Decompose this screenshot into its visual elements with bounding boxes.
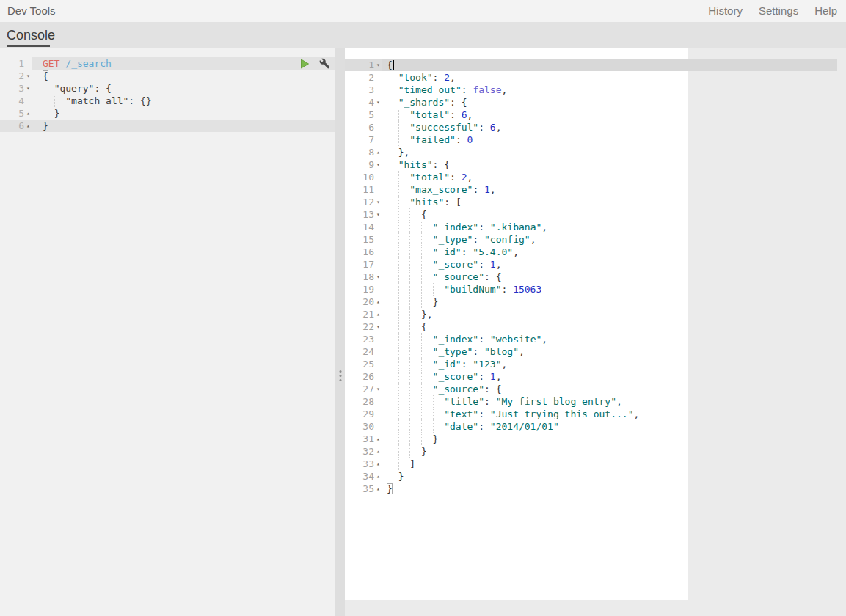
fold-toggle-icon[interactable]: ▾ [374, 271, 382, 283]
fold-toggle-icon[interactable]: ▴ [374, 445, 382, 458]
gutter-cell: 18▾ [345, 271, 382, 283]
code-line[interactable]: 16"_id": "5.4.0", [345, 246, 846, 258]
code-line[interactable]: 21▴}, [345, 308, 846, 320]
fold-toggle-icon[interactable]: ▾ [374, 196, 382, 208]
code-line[interactable]: 20▴} [345, 296, 846, 308]
code-line[interactable]: 9▾"hits": { [345, 158, 846, 171]
play-icon[interactable] [299, 58, 310, 70]
line-number: 26 [345, 370, 374, 383]
menu-item-history[interactable]: History [708, 4, 743, 17]
code-line[interactable]: 32▴} [345, 445, 846, 458]
menu-item-settings[interactable]: Settings [759, 4, 798, 17]
fold-toggle-icon[interactable]: ▾ [24, 82, 32, 95]
fold-toggle-icon[interactable]: ▴ [374, 470, 382, 483]
code-line[interactable]: 8▴}, [345, 146, 846, 158]
gutter-cell: 25 [345, 358, 382, 370]
code-line[interactable]: 26"_score": 1, [345, 370, 846, 383]
line-number: 16 [345, 246, 374, 258]
code-line[interactable]: 4▾"_shards": { [345, 96, 846, 109]
code-line[interactable]: 11"max_score": 1, [345, 183, 846, 196]
fold-toggle-icon[interactable]: ▴ [374, 458, 382, 470]
gutter-cell: 7 [345, 133, 382, 146]
code-line[interactable]: 2▾{ [0, 70, 335, 82]
fold-toggle-icon[interactable]: ▾ [24, 70, 32, 82]
code-line[interactable]: 1GET /_search [0, 57, 335, 70]
code-line[interactable]: 23"_index": "website", [345, 333, 846, 345]
code-line[interactable]: 14"_index": ".kibana", [345, 221, 846, 233]
code-text: "buildNum": 15063 [382, 283, 846, 296]
gutter-cell: 15 [345, 233, 382, 246]
indent-guide [409, 445, 421, 458]
fold-toggle-icon[interactable]: ▾ [374, 59, 382, 71]
indent-guide [421, 283, 433, 296]
fold-toggle-icon[interactable]: ▾ [374, 383, 382, 395]
code-line[interactable]: 24"_type": "blog", [345, 345, 846, 358]
code-line[interactable]: 6▴} [0, 120, 335, 132]
wrench-icon[interactable] [319, 58, 330, 69]
tab-console[interactable]: Console [7, 28, 55, 43]
indent-guide [409, 246, 421, 258]
line-number: 5 [345, 109, 374, 121]
indent-guide [409, 345, 421, 358]
code-line[interactable]: 30"date": "2014/01/01" [345, 420, 846, 433]
line-number: 19 [345, 283, 374, 296]
code-text: "timed_out": false, [382, 84, 846, 96]
fold-toggle-icon[interactable]: ▴ [374, 433, 382, 445]
fold-toggle-icon[interactable]: ▾ [374, 158, 382, 171]
code-line[interactable]: 12▾"hits": [ [345, 196, 846, 208]
code-line[interactable]: 17"_score": 1, [345, 258, 846, 271]
code-text: { [32, 70, 335, 82]
fold-toggle-icon[interactable]: ▾ [374, 96, 382, 109]
code-text: "total": 2, [382, 171, 846, 183]
code-line[interactable]: 4"match_all": {} [0, 95, 335, 107]
code-line[interactable]: 28"title": "My first blog entry", [345, 395, 846, 408]
code-line[interactable]: 13▾{ [345, 208, 846, 221]
code-text: "_id": "123", [382, 358, 846, 370]
code-line[interactable]: 27▾"_source": { [345, 383, 846, 395]
code-line[interactable]: 19"buildNum": 15063 [345, 283, 846, 296]
code-line[interactable]: 33▴] [345, 458, 846, 470]
fold-toggle-icon[interactable]: ▴ [374, 308, 382, 320]
code-line[interactable]: 7"failed": 0 [345, 133, 846, 146]
indent-guide [398, 433, 410, 445]
code-line[interactable]: 25"_id": "123", [345, 358, 846, 370]
indent-guide [398, 171, 410, 183]
code-line[interactable]: 3▾"query": { [0, 82, 335, 95]
fold-toggle-icon[interactable]: ▴ [24, 107, 32, 120]
line-number: 5 [0, 107, 24, 120]
gutter-cell: 19 [345, 283, 382, 296]
indent-guide [409, 233, 421, 246]
code-line[interactable]: 1▾{ [345, 59, 846, 71]
menu-item-help[interactable]: Help [814, 4, 837, 17]
code-line[interactable]: 31▴} [345, 433, 846, 445]
code-line[interactable]: 3"timed_out": false, [345, 84, 846, 96]
fold-toggle-icon[interactable]: ▴ [374, 483, 382, 495]
indent-guide [398, 408, 410, 420]
gutter-cell: 6 [345, 121, 382, 133]
code-text: ] [382, 458, 846, 470]
fold-toggle-icon[interactable]: ▴ [374, 146, 382, 158]
response-code: 1▾{2"took": 2,3"timed_out": false,4▾"_sh… [345, 59, 846, 495]
code-line[interactable]: 6"successful": 6, [345, 121, 846, 133]
code-line[interactable]: 34▴} [345, 470, 846, 483]
code-line[interactable]: 35▴} [345, 483, 846, 495]
fold-toggle-icon[interactable]: ▾ [374, 208, 382, 221]
line-number: 28 [345, 395, 374, 408]
code-line[interactable]: 29"text": "Just trying this out...", [345, 408, 846, 420]
code-line[interactable]: 22▾{ [345, 320, 846, 333]
indent-guide [421, 383, 433, 395]
gutter-cell: 29 [345, 408, 382, 420]
code-line[interactable]: 5▴} [0, 107, 335, 120]
fold-toggle-icon[interactable]: ▾ [374, 320, 382, 333]
response-editor[interactable]: 1▾{2"took": 2,3"timed_out": false,4▾"_sh… [345, 48, 846, 616]
code-line[interactable]: 18▾"_source": { [345, 271, 846, 283]
code-line[interactable]: 2"took": 2, [345, 71, 846, 84]
request-editor[interactable]: 1GET /_search2▾{3▾"query": {4"match_all"… [0, 48, 335, 616]
fold-toggle-icon[interactable]: ▴ [24, 120, 32, 132]
fold-toggle-icon[interactable]: ▴ [374, 296, 382, 308]
indent-guide [421, 246, 433, 258]
code-line[interactable]: 5"total": 6, [345, 109, 846, 121]
panel-splitter[interactable] [335, 48, 345, 616]
code-line[interactable]: 15"_type": "config", [345, 233, 846, 246]
code-line[interactable]: 10"total": 2, [345, 171, 846, 183]
